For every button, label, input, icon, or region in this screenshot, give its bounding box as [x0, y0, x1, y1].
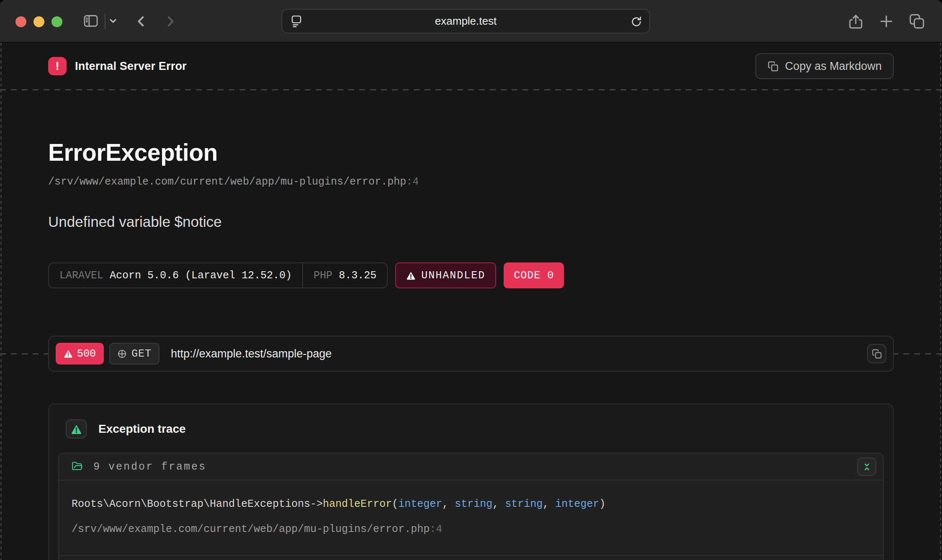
error-alert-badge: ! [48, 57, 67, 75]
arg-separator: , [492, 498, 505, 510]
exception-summary: ErrorException /srv/www/example.com/curr… [0, 139, 942, 560]
copy-as-markdown-button[interactable]: Copy as Markdown [755, 53, 894, 79]
environment-badges: LARAVEL Acorn 5.0.6 (Laravel 12.52.0) PH… [48, 262, 894, 288]
warning-icon [64, 349, 73, 358]
php-version-cell: PHP 8.3.25 [302, 263, 387, 288]
fullscreen-window-button[interactable] [51, 16, 62, 27]
copy-icon [872, 349, 882, 359]
frame-line-number: :4 [430, 523, 442, 535]
share-icon [847, 12, 865, 31]
close-paren: ) [599, 498, 605, 510]
method-label: GET [131, 348, 152, 360]
sidebar-icon [82, 13, 100, 29]
chevron-down-icon [108, 17, 118, 25]
php-value: 8.3.25 [339, 270, 376, 282]
exception-message: Undefined variable $notice [48, 213, 894, 231]
arg-type: string [455, 498, 492, 510]
browser-toolbar: example.test [0, 0, 942, 43]
forward-icon [163, 14, 178, 29]
sidebar-toggle-button[interactable] [82, 13, 100, 29]
laravel-version-cell: LARAVEL Acorn 5.0.6 (Laravel 12.52.0) [49, 263, 302, 288]
share-button[interactable] [847, 12, 865, 31]
chevrons-down-up-icon [862, 462, 872, 472]
trace-title: Exception trace [98, 422, 186, 436]
error-page: ! Internal Server Error Copy as Markdown… [0, 43, 942, 560]
copy-icon [767, 61, 779, 72]
back-button[interactable] [134, 14, 148, 29]
folder-open-icon [72, 461, 83, 473]
vendor-frames-row[interactable]: 9 vendor frames [59, 454, 883, 480]
exception-class: ErrorException [48, 139, 894, 166]
window-controls [15, 16, 62, 27]
address-bar[interactable]: example.test [281, 9, 650, 33]
trace-icon-box [66, 419, 87, 439]
vendor-frames-label: 9 vendor frames [93, 461, 206, 473]
reload-button[interactable] [630, 15, 643, 28]
laravel-value: Acorn 5.0.6 (Laravel 12.52.0) [110, 270, 292, 282]
call-prefix: Roots\Acorn\Bootstrap\HandleExceptions-> [72, 498, 323, 510]
new-tab-icon [878, 13, 895, 30]
request-url: http://example.test/sample-page [171, 347, 332, 360]
error-page-header: ! Internal Server Error Copy as Markdown [0, 43, 942, 90]
toolbar-divider [105, 13, 106, 29]
tab-overview-button[interactable] [908, 13, 926, 30]
globe-icon [117, 349, 127, 359]
unhandled-label: UNHANDLED [421, 270, 485, 282]
exception-trace-card: Exception trace 9 vendor frames [48, 403, 894, 560]
arg-type: integer [555, 498, 599, 510]
trace-frame[interactable]: Roots\Acorn\Bootstrap\HandleExceptions->… [59, 480, 883, 555]
warning-triangle-icon [71, 424, 82, 435]
arg-separator: , [442, 498, 455, 510]
forward-button[interactable] [163, 14, 178, 29]
sidebar-menu-chevron[interactable] [108, 17, 118, 25]
back-icon [134, 14, 148, 29]
status-code-badge: 500 [56, 343, 104, 365]
tab-overview-icon [908, 13, 926, 30]
file-line-number: :4 [406, 176, 419, 188]
status-code-label: 500 [77, 348, 96, 360]
copy-as-markdown-label: Copy as Markdown [785, 60, 882, 73]
frame-call-signature: Roots\Acorn\Bootstrap\HandleExceptions->… [72, 498, 870, 511]
expand-frames-button[interactable] [857, 457, 876, 476]
arg-type: string [505, 498, 543, 510]
open-paren: ( [392, 498, 398, 510]
call-method: handleError [323, 498, 392, 510]
frame-file-text: /srv/www/example.com/current/web/app/mu-… [72, 523, 430, 535]
copy-url-button[interactable] [867, 344, 886, 363]
call-arguments: integer, string, string, integer [398, 498, 599, 510]
unhandled-badge: UNHANDLED [395, 262, 496, 288]
page-title: Internal Server Error [75, 60, 187, 73]
exception-file-path: /srv/www/example.com/current/web/app/mu-… [48, 176, 894, 188]
exclamation-icon: ! [56, 60, 59, 73]
method-badge: GET [109, 343, 160, 365]
browser-window: example.test [0, 0, 942, 560]
new-tab-button[interactable] [878, 13, 895, 30]
trace-header: Exception trace [49, 404, 893, 453]
code-badge: CODE 0 [504, 262, 564, 288]
laravel-label: LARAVEL [59, 270, 103, 282]
minimize-window-button[interactable] [33, 16, 44, 27]
frame-file-path: /srv/www/example.com/current/web/app/mu-… [72, 523, 870, 536]
trace-panel: 9 vendor frames Roots\Acorn\Bootstrap\Ha… [58, 453, 884, 560]
next-frame-row[interactable] [59, 556, 883, 560]
close-window-button[interactable] [15, 16, 26, 27]
version-pill: LARAVEL Acorn 5.0.6 (Laravel 12.52.0) PH… [48, 262, 388, 288]
warning-icon [406, 271, 416, 280]
file-path-text: /srv/www/example.com/current/web/app/mu-… [48, 176, 406, 188]
arg-separator: , [543, 498, 555, 510]
arg-type: integer [398, 498, 442, 510]
reload-icon [630, 15, 643, 28]
address-bar-url[interactable]: example.test [282, 15, 649, 28]
request-bar: 500 GET http://example.test/sample-page [48, 336, 894, 372]
php-label: PHP [314, 270, 332, 282]
